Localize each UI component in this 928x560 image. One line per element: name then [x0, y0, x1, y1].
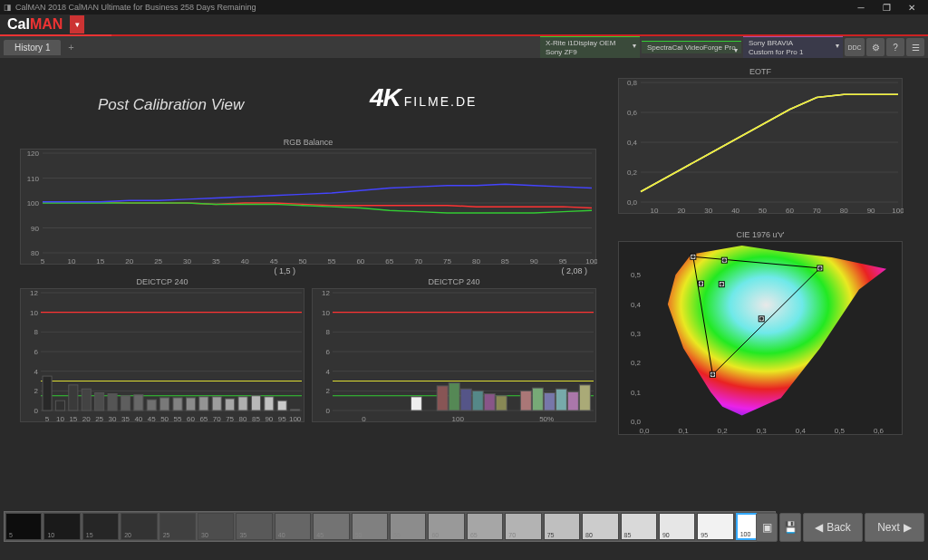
- svg-text:0,4: 0,4: [796, 427, 807, 435]
- grayscale-swatch-65[interactable]: 65: [467, 513, 503, 540]
- svg-rect-55: [95, 393, 104, 411]
- svg-text:75: 75: [443, 257, 451, 266]
- svg-text:50: 50: [160, 415, 169, 423]
- svg-text:95: 95: [559, 257, 567, 266]
- rgb-balance-chart: RGB Balance 8090100110120510152025303540…: [20, 138, 596, 265]
- add-tab-button[interactable]: +: [63, 42, 79, 53]
- svg-text:10: 10: [30, 309, 38, 317]
- titlebar-text: CalMAN 2018 CalMAN Ultimate for Business…: [15, 3, 256, 12]
- grayscale-swatch-90[interactable]: 90: [659, 513, 695, 540]
- svg-text:10: 10: [650, 207, 658, 215]
- svg-rect-61: [134, 395, 143, 410]
- svg-rect-116: [579, 385, 590, 410]
- grayscale-swatch-25[interactable]: 25: [160, 513, 196, 540]
- svg-rect-109: [484, 394, 495, 410]
- svg-text:12: 12: [322, 289, 330, 297]
- toolbar: History 1 + X-Rite i1Display OEM Sony ZF…: [0, 36, 928, 58]
- svg-rect-105: [437, 386, 448, 410]
- svg-text:60: 60: [786, 207, 794, 215]
- minimize-button[interactable]: ─: [848, 1, 874, 14]
- svg-point-147: [699, 282, 702, 285]
- svg-text:4: 4: [34, 368, 39, 376]
- svg-text:0: 0: [326, 407, 331, 415]
- svg-text:85: 85: [252, 415, 260, 423]
- save-button[interactable]: 💾: [779, 513, 801, 542]
- svg-rect-51: [69, 385, 78, 410]
- grayscale-swatch-55[interactable]: 55: [390, 513, 426, 540]
- svg-text:0,3: 0,3: [757, 427, 768, 435]
- svg-text:0,2: 0,2: [627, 169, 638, 177]
- svg-text:20: 20: [677, 207, 685, 215]
- grayscale-swatch-70[interactable]: 70: [505, 513, 541, 540]
- svg-rect-75: [226, 399, 235, 410]
- svg-text:2: 2: [34, 387, 39, 395]
- svg-point-145: [710, 372, 714, 376]
- svg-rect-53: [82, 389, 91, 410]
- svg-rect-81: [265, 397, 274, 410]
- maximize-button[interactable]: ❐: [874, 1, 899, 14]
- svg-rect-47: [43, 376, 52, 410]
- svg-rect-108: [472, 391, 483, 410]
- svg-text:70: 70: [213, 415, 221, 423]
- svg-rect-65: [160, 398, 169, 410]
- source-device-selector[interactable]: SpectraCal VideoForge Pro: [642, 41, 741, 54]
- svg-text:90: 90: [31, 225, 39, 233]
- svg-text:0,2: 0,2: [718, 427, 729, 435]
- back-button[interactable]: ◀Back: [803, 513, 863, 542]
- svg-text:80: 80: [472, 257, 480, 266]
- svg-text:2: 2: [326, 387, 331, 395]
- grayscale-swatch-95[interactable]: 95: [697, 513, 733, 540]
- svg-text:30: 30: [109, 415, 117, 423]
- svg-text:40: 40: [731, 207, 740, 215]
- svg-text:8: 8: [34, 328, 39, 336]
- titlebar-icon: ◨: [4, 3, 12, 12]
- display-device-selector[interactable]: Sony BRAVIA Custom for Pro 1: [743, 36, 843, 58]
- grayscale-swatch-10[interactable]: 10: [44, 513, 80, 540]
- grayscale-swatch-35[interactable]: 35: [236, 513, 272, 540]
- svg-text:100: 100: [892, 207, 904, 215]
- svg-text:4: 4: [326, 368, 331, 376]
- svg-text:65: 65: [199, 415, 208, 423]
- svg-text:0,6: 0,6: [627, 109, 638, 117]
- grayscale-swatch-80[interactable]: 80: [582, 513, 618, 540]
- svg-text:10: 10: [56, 415, 64, 423]
- grayscale-swatch-15[interactable]: 15: [82, 513, 119, 540]
- history-tab[interactable]: History 1: [4, 40, 61, 55]
- settings-button[interactable]: ⚙: [866, 38, 884, 56]
- svg-rect-106: [449, 383, 459, 410]
- svg-point-141: [818, 266, 822, 270]
- svg-rect-107: [460, 389, 471, 410]
- grayscale-swatch-45[interactable]: 45: [313, 513, 349, 540]
- help-button[interactable]: ?: [886, 38, 904, 56]
- menu-bar: CalMAN ▾: [0, 14, 928, 34]
- grayscale-swatch-40[interactable]: 40: [275, 513, 311, 540]
- grayscale-swatch-20[interactable]: 20: [121, 513, 157, 540]
- page-title: Post Calibration View: [98, 96, 244, 114]
- svg-text:100: 100: [585, 257, 597, 266]
- grayscale-swatch-50[interactable]: 50: [352, 513, 388, 540]
- svg-text:0,0: 0,0: [627, 198, 638, 207]
- ddc-button[interactable]: DDC: [845, 38, 865, 56]
- main-menu-dropdown[interactable]: ▾: [70, 15, 84, 34]
- grayscale-swatch-75[interactable]: 75: [544, 513, 580, 540]
- svg-text:85: 85: [501, 257, 509, 266]
- grayscale-swatch-30[interactable]: 30: [198, 513, 234, 540]
- svg-rect-110: [496, 396, 507, 410]
- svg-rect-113: [544, 393, 555, 411]
- svg-text:80: 80: [840, 207, 848, 215]
- menu-button[interactable]: ☰: [906, 38, 924, 56]
- svg-text:10: 10: [322, 309, 330, 317]
- svg-text:0: 0: [34, 407, 39, 415]
- next-button[interactable]: Next▶: [865, 513, 924, 542]
- cie-chart: CIE 1976 u'v' 0,00,10,20,30,40,50,60,00,…: [618, 230, 903, 435]
- svg-text:6: 6: [326, 348, 331, 356]
- svg-text:75: 75: [226, 415, 234, 423]
- marker-button[interactable]: ▣: [756, 513, 778, 542]
- grayscale-swatch-5[interactable]: 5: [5, 513, 42, 540]
- svg-text:0,1: 0,1: [679, 427, 690, 435]
- svg-text:50: 50: [299, 257, 307, 266]
- meter-device-selector[interactable]: X-Rite i1Display OEM Sony ZF9: [540, 36, 640, 58]
- close-button[interactable]: ✕: [899, 1, 924, 14]
- grayscale-swatch-85[interactable]: 85: [621, 513, 657, 540]
- grayscale-swatch-60[interactable]: 60: [428, 513, 464, 540]
